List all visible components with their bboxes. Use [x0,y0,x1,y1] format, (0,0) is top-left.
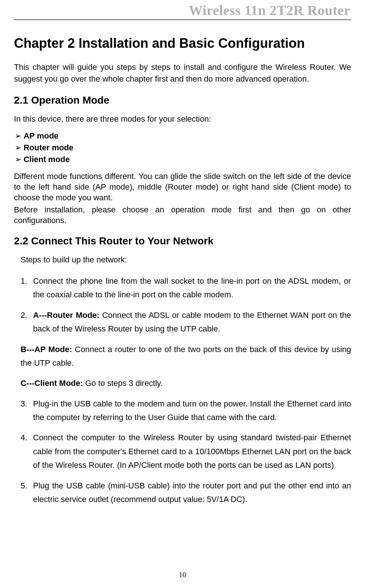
step-2a-label: A---Router Mode: [33,311,100,320]
step-2c-text: Go to steps 3 directly. [83,379,163,388]
step-5: 5. Plug the USB cable (mini-USB cable) i… [21,479,351,506]
steps-list-continued: 3. Plug-in the USB cable to the modem an… [21,397,351,506]
step-4: 4. Connect the computer to the Wireless … [21,431,351,472]
page-number: 10 [0,571,365,579]
chapter-intro: This chapter will guide you steps by ste… [14,61,351,85]
step-number: 4. [21,431,27,444]
step-1: 1. Connect the phone line from the wall … [21,274,351,302]
mode-list: AP mode Router mode Client mode [14,131,351,164]
step-2c-label: C---Client Mode: [21,379,83,388]
step-number: 5. [21,479,27,492]
section-2-1-para1: Different mode functions different. You … [14,171,351,203]
step-2c: C---Client Mode: Go to steps 3 directly. [21,376,351,390]
step-3: 3. Plug-in the USB cable to the modem an… [21,397,351,424]
section-2-1-intro: In this device, there are three modes fo… [14,114,351,124]
section-2-2-heading: 2.2 Connect This Router to Your Network [14,235,351,247]
step-text: Plug the USB cable (mini-USB cable) into… [33,481,351,504]
mode-list-item: Client mode [15,155,351,164]
steps-intro: Steps to build up the network: [21,255,351,265]
step-number: 2. [21,308,27,322]
step-text: Plug-in the USB cable to the modem and t… [33,399,351,422]
mode-list-item: Router mode [15,143,351,153]
step-2b-label: B---AP Mode: [21,345,72,354]
running-header: Wireless 11n 2T2R Router [14,0,351,18]
step-2: 2. A---Router Mode: Connect the ADSL or … [21,308,351,336]
step-number: 3. [21,397,27,410]
chapter-title: Chapter 2 Installation and Basic Configu… [14,36,351,51]
header-rule [14,19,351,20]
step-2b: B---AP Mode: Connect a router to one of … [21,343,351,370]
step-text: Connect the computer to the Wireless Rou… [33,433,351,470]
step-text: Connect the phone line from the wall soc… [33,276,351,299]
step-number: 1. [21,274,27,288]
steps-list: 1. Connect the phone line from the wall … [21,274,351,336]
section-2-1-para2: Before installation, please choose an op… [14,204,351,226]
mode-list-item: AP mode [15,131,351,141]
section-2-1-heading: 2.1 Operation Mode [14,94,351,106]
